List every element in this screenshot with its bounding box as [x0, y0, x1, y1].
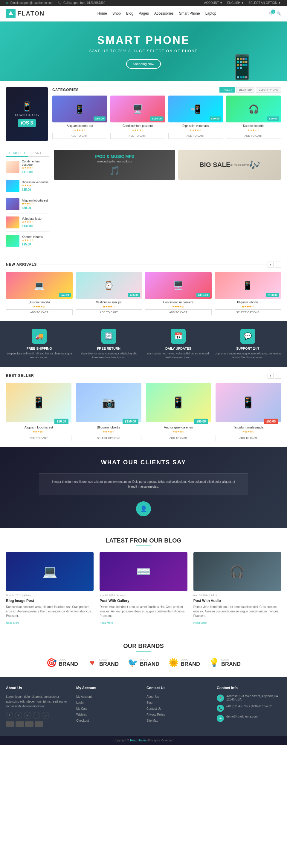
- footer-link-blog[interactable]: Blog: [146, 701, 152, 704]
- footer-link-privacy[interactable]: Privacy Policy: [146, 713, 165, 716]
- nav-shop[interactable]: Shop: [112, 11, 121, 16]
- tab-featured[interactable]: FEATURED: [6, 150, 28, 157]
- footer-link-checkout[interactable]: Checkout: [76, 719, 89, 722]
- feature-desc: Elam dolor sit amet, consectetur adipisc…: [76, 352, 142, 359]
- copyright-brand-link[interactable]: RoadTheme: [130, 739, 146, 742]
- prev-arrow[interactable]: ‹: [267, 373, 274, 379]
- footer-link-cart[interactable]: My Cart: [76, 707, 87, 710]
- next-arrow[interactable]: ›: [275, 373, 281, 379]
- email-icon: ✉: [217, 715, 224, 722]
- product-card: 💻 £45.00 Quisque fringilla ★★★★☆ ADD TO …: [6, 272, 73, 315]
- add-to-cart-button[interactable]: ADD TO CART: [6, 435, 71, 441]
- feature-shipping: 🚚 FREE SHIPPING Suspendisse sollicitudin…: [6, 329, 73, 359]
- select-options-button[interactable]: SELECT OPTIONS: [76, 435, 141, 441]
- add-to-cart-button[interactable]: ADD TO CART: [6, 309, 73, 315]
- footer-link-sitemap[interactable]: Site Map: [146, 719, 158, 722]
- feature-title: FREE SHIPPING: [6, 347, 73, 350]
- add-to-cart-button[interactable]: ADD TO CART: [110, 133, 165, 139]
- footer-link-about[interactable]: About Us: [146, 695, 159, 699]
- cart-icon[interactable]: 🛒 0: [269, 11, 274, 16]
- prev-arrow[interactable]: ‹: [267, 261, 274, 268]
- brand-text: LOGO BRAND: [59, 658, 78, 668]
- read-more-link[interactable]: Read More: [194, 621, 207, 624]
- product-price-badge: £45.00: [59, 293, 71, 297]
- twitter-icon[interactable]: t: [15, 712, 22, 719]
- hero-cta-button[interactable]: Shopping Now: [126, 59, 161, 69]
- nav-pages[interactable]: Pages: [139, 11, 149, 16]
- pinterest-icon[interactable]: p: [33, 712, 40, 719]
- sale-subtitle: all music player: [230, 163, 249, 166]
- best-seller-header: BEST SELLER ‹ ›: [6, 373, 281, 379]
- next-arrow[interactable]: ›: [275, 261, 281, 268]
- brand-name: BRAND: [221, 661, 241, 668]
- hero-subtitle: SAVE UP TO 70% A HUGE SELECTION OF PHONE: [89, 49, 198, 53]
- search-icon[interactable]: 🔍: [277, 11, 281, 16]
- add-to-cart-button[interactable]: ADD TO CART: [168, 133, 223, 139]
- nav-accessories[interactable]: Accessories: [154, 11, 174, 16]
- account-link[interactable]: ACCOUNT ▼: [204, 1, 223, 4]
- footer: About Us Lorem ipsum dolor sit amet, con…: [0, 677, 287, 736]
- logo[interactable]: FLATON: [6, 9, 45, 18]
- featured-item-name: Condimentum posuere: [22, 160, 49, 166]
- categories-right-panel: CATEGORIES TABLET DESKTOP SMART PHONE 📱 …: [52, 87, 281, 141]
- feature-support: 💬 SUPPORT 24/7 Ut pharetra augue nec aug…: [214, 329, 281, 359]
- add-to-cart-button[interactable]: ADD TO CART: [145, 309, 212, 315]
- featured-section: FEATURED SALE Condimentum posuere ★★★★☆ …: [0, 147, 287, 258]
- facebook-icon[interactable]: f: [6, 712, 13, 719]
- feature-title: DAILY UPDATES: [145, 347, 212, 350]
- add-to-cart-button[interactable]: ADD TO CART: [216, 435, 281, 441]
- bs-product-name: Bliquam lobortis: [76, 426, 141, 429]
- footer-link-contact[interactable]: Contact Us: [146, 707, 161, 710]
- bs-price-badge: £150.00: [122, 418, 138, 424]
- feature-desc: Elam varius nec metus. Nulla facilisi or…: [145, 352, 212, 359]
- nav-blog[interactable]: Blog: [126, 11, 133, 16]
- payment-icon-paypal: [35, 721, 43, 727]
- new-arrivals-header: NEW ARRIVALS ‹ ›: [6, 261, 281, 268]
- blog-underline: [136, 546, 151, 546]
- bs-product-stars: ★★★★☆: [6, 430, 71, 433]
- product-card: 📱 £150.00 Bliquam lobortis ★★★★☆ SELECT …: [214, 272, 281, 315]
- nav-home[interactable]: Home: [97, 11, 107, 16]
- payment-icon-amex: [25, 721, 33, 727]
- brands-section: OUR BRANDS 🎯 LOGO BRAND ♥ LOGO BRAND 🐦 L…: [0, 633, 287, 677]
- blog-section-title: LATEST FROM OUR BLOG: [6, 537, 281, 544]
- blog-card: ⌨️ Nov 04 2014 | Admin Post With Gallery…: [99, 552, 187, 625]
- read-more-link[interactable]: Read More: [6, 621, 20, 624]
- instagram-icon[interactable]: in: [24, 712, 31, 719]
- footer-link-login[interactable]: Login: [76, 701, 83, 704]
- brand-item: 💡 LOGO BRAND: [209, 657, 241, 668]
- blog-meta: Nov 04 2014 | Admin: [6, 594, 93, 597]
- featured-item: Condimentum posuere ★★★★☆ £115.00: [6, 160, 49, 177]
- footer-link-myaccount[interactable]: My Account: [76, 695, 92, 699]
- tab-smartphone[interactable]: SMART PHONE: [256, 87, 281, 93]
- best-seller-nav: ‹ ›: [267, 373, 281, 379]
- nav-laptop[interactable]: Laptop: [205, 11, 217, 16]
- bs-product-name: Tincidunt malesuada: [216, 426, 281, 429]
- brand-text: LOGO BRAND: [99, 658, 119, 668]
- return-icon: 🔄: [102, 329, 116, 344]
- new-arrivals-grid: 💻 £45.00 Quisque fringilla ★★★★☆ ADD TO …: [6, 272, 281, 315]
- tab-sale[interactable]: SALE: [28, 150, 50, 157]
- select-option-link[interactable]: SELECT AN OPTION ▼: [249, 1, 281, 4]
- add-to-cart-button[interactable]: ADD TO CART: [52, 133, 107, 139]
- tab-tablet[interactable]: TABLET: [220, 87, 235, 93]
- read-more-link[interactable]: Read More: [99, 621, 113, 624]
- tab-desktop[interactable]: DESKTOP: [236, 87, 254, 93]
- footer-link-wishlist[interactable]: Wishlist: [76, 713, 86, 716]
- footer-account: My Account My Account Login My Cart Wish…: [76, 686, 141, 727]
- add-to-cart-button[interactable]: ADD TO CART: [146, 435, 211, 441]
- googleplus-icon[interactable]: g+: [42, 712, 49, 719]
- product-image: 📱 £80.00: [52, 96, 107, 122]
- blog-excerpt: Donec vitae hendrerit arcu, sit amet fau…: [194, 604, 281, 618]
- select-options-button[interactable]: SELECT OPTIONS: [214, 309, 281, 315]
- featured-item-name: Aliquam lobortis est: [22, 199, 49, 202]
- nav-smartphone[interactable]: Smart Phone: [179, 11, 200, 16]
- add-to-cart-button[interactable]: ADD TO CART: [76, 309, 142, 315]
- top-bar-right: ACCOUNT ▼ ENGLISH ▼ SELECT AN OPTION ▼: [204, 1, 281, 4]
- brands-grid: 🎯 LOGO BRAND ♥ LOGO BRAND 🐦 LOGO BRAND 🌞…: [6, 657, 281, 668]
- language-link[interactable]: ENGLISH ▼: [227, 1, 244, 4]
- best-seller-grid: 📱 £80.00 Aliquam lobortis est ★★★★☆ ADD …: [6, 383, 281, 441]
- footer-address: 📍 Address: 123 Main Street, Anytown,CA 1…: [217, 694, 281, 702]
- brand-item: 🎯 LOGO BRAND: [46, 657, 78, 668]
- add-to-cart-button[interactable]: ADD TO CART: [226, 133, 281, 139]
